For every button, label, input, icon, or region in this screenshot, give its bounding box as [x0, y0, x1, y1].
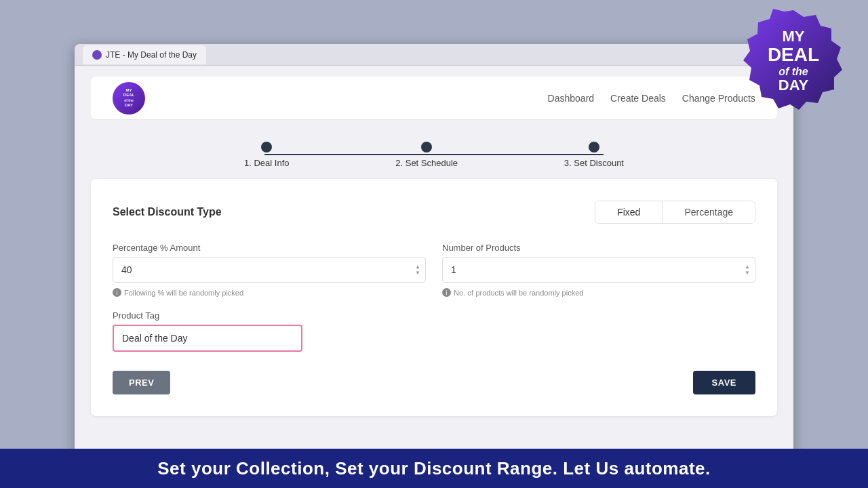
buttons-row: PREV SAVE — [113, 371, 755, 394]
number-of-products-input[interactable] — [442, 257, 755, 283]
stepper-items: 1. Deal Info 2. Set Schedule 3. Set Disc… — [244, 142, 624, 168]
products-hint-text: No. of products will be randomly picked — [454, 289, 583, 297]
browser-window: JTE - My Deal of the Day MYDEALof theDAY… — [75, 44, 793, 464]
stepper-dot-3 — [589, 142, 599, 152]
label-num-products: Number of Products — [442, 243, 755, 253]
stepper: 1. Deal Info 2. Set Schedule 3. Set Disc… — [75, 120, 793, 179]
stepper-step-2: 2. Set Schedule — [395, 142, 458, 168]
tab-favicon — [92, 50, 102, 60]
label-product-tag: Product Tag — [113, 310, 755, 321]
section-title: Select Discount Type — [113, 206, 222, 218]
nav-links: Dashboard Create Deals Change Products — [548, 93, 755, 104]
label-percentage-amount: Percentage % Amount — [113, 243, 426, 253]
stepper-step-1: 1. Deal Info — [244, 142, 290, 168]
discount-type-row: Select Discount Type Fixed Percentage — [113, 201, 755, 224]
banner-text: Set your Collection, Set your Discount R… — [157, 458, 710, 479]
app-logo: MYDEALof theDAY — [113, 82, 145, 115]
prev-button[interactable]: PREV — [113, 371, 170, 394]
stepper-label-3: 3. Set Discount — [564, 158, 624, 168]
stepper-label-2: 2. Set Schedule — [395, 158, 458, 168]
products-input-wrapper: ▲ ▼ — [442, 257, 755, 283]
nav-create-deals[interactable]: Create Deals — [610, 93, 666, 104]
discount-toggle-group: Fixed Percentage — [595, 201, 755, 224]
products-spinner[interactable]: ▲ ▼ — [745, 264, 750, 276]
products-hint: i No. of products will be randomly picke… — [442, 288, 755, 297]
product-tag-input[interactable] — [113, 325, 302, 352]
tab-label: JTE - My Deal of the Day — [106, 50, 197, 60]
bottom-banner: Set your Collection, Set your Discount R… — [0, 449, 868, 488]
hint-icon-percentage: i — [113, 288, 121, 297]
toggle-percentage[interactable]: Percentage — [663, 201, 755, 223]
badge-text: MY DEAL of the DAY — [761, 22, 826, 101]
hint-icon-products: i — [442, 288, 451, 297]
badge-logo: MY DEAL of the DAY — [739, 7, 848, 115]
main-content: MYDEALof theDAY Dashboard Create Deals C… — [75, 77, 793, 464]
stepper-label-1: 1. Deal Info — [244, 158, 290, 168]
tab-bar: JTE - My Deal of the Day — [75, 44, 793, 66]
browser-tab[interactable]: JTE - My Deal of the Day — [83, 45, 206, 64]
percentage-hint: i Following % will be randomly picked — [113, 288, 426, 297]
form-group-products: Number of Products ▲ ▼ i No. of products… — [442, 243, 755, 297]
percentage-input-wrapper: ▲ ▼ — [113, 257, 426, 283]
form-card: Select Discount Type Fixed Percentage Pe… — [91, 179, 777, 416]
stepper-dot-2 — [421, 142, 432, 152]
toggle-fixed[interactable]: Fixed — [595, 201, 663, 223]
stepper-dot-1 — [261, 142, 272, 152]
products-spinner-down[interactable]: ▼ — [745, 270, 750, 276]
form-group-percentage: Percentage % Amount ▲ ▼ i Following % wi… — [113, 243, 426, 297]
spinner-down-arrow[interactable]: ▼ — [415, 270, 420, 276]
percentage-spinner[interactable]: ▲ ▼ — [415, 264, 420, 276]
products-spinner-up[interactable]: ▲ — [745, 264, 750, 270]
product-tag-section: Product Tag — [113, 310, 755, 352]
form-row-amounts: Percentage % Amount ▲ ▼ i Following % wi… — [113, 243, 755, 297]
percentage-amount-input[interactable] — [113, 257, 426, 283]
save-button[interactable]: SAVE — [693, 371, 755, 394]
app-header: MYDEALof theDAY Dashboard Create Deals C… — [91, 77, 777, 120]
stepper-step-3: 3. Set Discount — [564, 142, 624, 168]
spinner-up-arrow[interactable]: ▲ — [415, 264, 420, 270]
percentage-hint-text: Following % will be randomly picked — [124, 289, 243, 297]
nav-dashboard[interactable]: Dashboard — [548, 93, 595, 104]
